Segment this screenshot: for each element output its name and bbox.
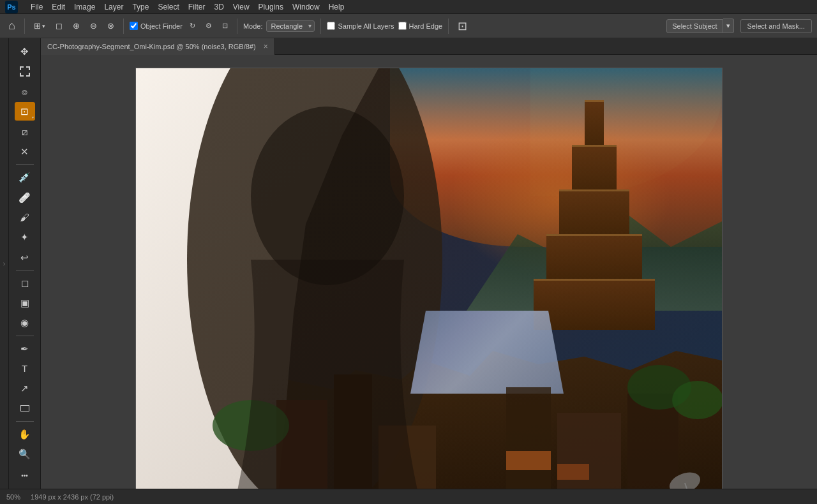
clone-stamp-icon: ✦ (20, 232, 29, 242)
crop-tool-btn[interactable]: ⧄ (15, 122, 35, 140)
object-select-tool-icon: ⊡ (20, 107, 29, 116)
tool-select-btn[interactable]: ⊞ ▾ (31, 19, 49, 33)
brush-tool-btn[interactable]: 🖌 (15, 208, 35, 226)
pen-tool-icon: ✒ (20, 344, 29, 353)
sample-all-layers-label[interactable]: Sample All Layers (327, 22, 394, 30)
options-bar: ⌂ ⊞ ▾ ◻ ⊕ ⊖ ⊗ Object Finder ↻ ⚙ ⊡ Mode: … (0, 14, 817, 38)
eyedropper-tool-icon: 💉 (19, 172, 31, 182)
tab-close-button[interactable]: × (264, 42, 268, 51)
menu-help[interactable]: Help (329, 3, 345, 11)
toggle-chevron-icon: › (3, 260, 5, 267)
toolbar-sep-3 (16, 336, 34, 336)
move-tool-btn[interactable]: ✥ (15, 42, 35, 61)
subtract-selection-icon: ⊖ (90, 21, 97, 31)
healing-tool-icon: 🩹 (19, 193, 31, 202)
home-button[interactable]: ⌂ (5, 17, 19, 34)
selection-tool-icon: ⊞ (34, 21, 41, 31)
tool-dropdown-arrow: ▾ (42, 23, 45, 29)
history-brush-icon: ↩ (20, 253, 29, 262)
add-selection-btn[interactable]: ⊕ (70, 19, 83, 33)
marquee-tool-btn[interactable] (15, 62, 35, 80)
mode-label: Mode: (243, 22, 263, 30)
gradient-tool-btn[interactable]: ▣ (15, 293, 35, 312)
hand-tool-btn[interactable]: ✋ (15, 425, 35, 443)
menu-type[interactable]: Type (132, 3, 149, 11)
type-tool-btn[interactable]: T (15, 359, 35, 378)
gradient-tool-icon: ▣ (20, 298, 29, 308)
lasso-tool-btn[interactable]: ⌾ (15, 82, 35, 101)
toolbar-sep-2 (16, 270, 34, 271)
mode-select[interactable]: Rectangle Ellipse Lasso (266, 20, 315, 32)
menu-plugins[interactable]: Plugins (259, 3, 283, 11)
menu-file[interactable]: File (31, 3, 43, 11)
left-panel-toggle[interactable]: › (0, 38, 9, 489)
lasso-tool-icon: ⌾ (22, 87, 27, 96)
menu-layer[interactable]: Layer (104, 3, 123, 11)
toolbar: ✥ ⌾ ⊡ ▾ ⧄ ✕ 💉 🩹 🖌 ✦ ↩ (9, 38, 41, 489)
move-tool-icon: ✥ (20, 47, 29, 56)
frame-tool-icon: ✕ (20, 147, 29, 156)
menu-select[interactable]: Select (158, 3, 179, 11)
object-finder-checkbox[interactable] (130, 22, 138, 30)
menu-view[interactable]: View (233, 3, 250, 11)
zoom-level: 50% (6, 493, 20, 501)
select-and-mask-label: Select and Mask... (747, 22, 806, 30)
hard-edge-checkbox[interactable] (398, 22, 407, 30)
new-selection-btn[interactable]: ◻ (52, 19, 66, 33)
marquee-tool-icon (20, 66, 30, 77)
add-selection-icon: ⊕ (73, 21, 80, 31)
new-selection-icon: ◻ (56, 21, 63, 31)
intersect-selection-icon: ⊗ (107, 21, 114, 31)
hard-edge-label[interactable]: Hard Edge (398, 22, 443, 30)
mode-select-wrapper[interactable]: Rectangle Ellipse Lasso (266, 20, 315, 32)
tab-bar: CC-Photography-Segment_Omi-Kim.psd @ 50%… (41, 38, 817, 55)
menu-filter[interactable]: Filter (188, 3, 206, 11)
object-select-tool-btn[interactable]: ⊡ ▾ (15, 102, 35, 121)
hand-tool-icon: ✋ (19, 429, 31, 439)
status-bar: 50% 1949 px x 2436 px (72 ppi) (0, 489, 817, 504)
path-select-tool-btn[interactable]: ↗ (15, 379, 35, 397)
blur-tool-btn[interactable]: ◉ (15, 313, 35, 332)
select-subject-dropdown-button[interactable]: ▾ (723, 19, 734, 33)
object-finder-label[interactable]: Object Finder (130, 22, 183, 30)
history-brush-btn[interactable]: ↩ (15, 248, 35, 266)
refresh-button[interactable]: ↻ (186, 20, 199, 32)
document-tab[interactable]: CC-Photography-Segment_Omi-Kim.psd @ 50%… (41, 38, 275, 55)
frame-tool-btn[interactable]: ✕ (15, 142, 35, 161)
pen-tool-btn[interactable]: ✒ (15, 339, 35, 358)
scene-overlay (136, 68, 722, 489)
tool-submenu-icon: ▾ (32, 115, 34, 119)
healing-tool-btn[interactable]: 🩹 (15, 188, 35, 206)
sample-all-layers-checkbox[interactable] (327, 22, 335, 30)
main-layout: › ✥ ⌾ ⊡ ▾ ⧄ ✕ 💉 🩹 🖌 (0, 38, 817, 489)
clone-tool-btn[interactable]: ✦ (15, 228, 35, 246)
menu-edit[interactable]: Edit (52, 3, 65, 11)
aspect-button[interactable]: ⊡ (219, 20, 231, 32)
subtract-selection-btn[interactable]: ⊖ (87, 19, 100, 33)
canvas-wrapper[interactable] (41, 55, 817, 489)
gear-icon: ⚙ (206, 22, 212, 30)
eyedropper-tool-btn[interactable]: 💉 (15, 168, 35, 186)
select-subject-chevron-icon: ▾ (726, 22, 730, 29)
toolbar-sep-4 (16, 421, 34, 422)
blur-tool-icon: ◉ (20, 318, 29, 327)
brush-tool-icon: 🖌 (20, 212, 29, 222)
gear-button[interactable]: ⚙ (202, 20, 215, 32)
intersect-selection-btn[interactable]: ⊗ (104, 19, 117, 33)
menu-image[interactable]: Image (74, 3, 95, 11)
canvas-image[interactable] (135, 68, 723, 489)
eraser-tool-btn[interactable]: ◻ (15, 274, 35, 292)
menu-window[interactable]: Window (292, 3, 320, 11)
crop-tool-icon: ⧄ (22, 127, 28, 137)
zoom-tool-btn[interactable]: 🔍 (15, 445, 35, 463)
select-and-mask-button[interactable]: Select and Mask... (740, 19, 813, 33)
select-subject-button[interactable]: Select Subject (666, 19, 723, 33)
more-tools-icon: ••• (21, 472, 28, 479)
ps-logo: Ps (5, 1, 18, 13)
more-tools-btn[interactable]: ••• (15, 466, 35, 485)
menu-bar: Ps File Edit Image Layer Type Select Fil… (0, 0, 817, 14)
eraser-tool-icon: ◻ (21, 278, 29, 288)
shape-tool-btn[interactable] (15, 399, 35, 418)
menu-3d[interactable]: 3D (214, 3, 223, 11)
layout-btn[interactable]: ⊡ (454, 17, 470, 35)
